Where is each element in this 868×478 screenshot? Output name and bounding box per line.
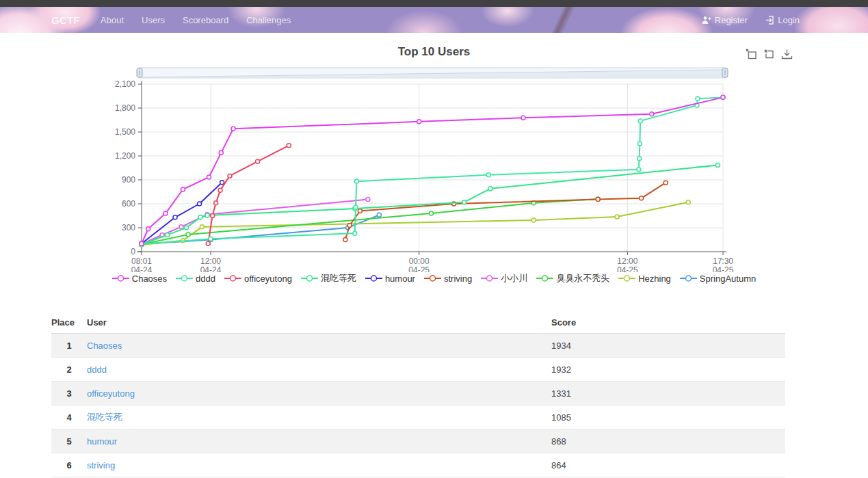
data-point[interactable]: [207, 175, 211, 179]
cell-place: 2: [51, 358, 87, 382]
cell-score: 1932: [551, 358, 785, 382]
legend-item-dddd[interactable]: dddd: [176, 274, 215, 284]
data-point[interactable]: [663, 181, 668, 185]
data-point[interactable]: [173, 215, 177, 220]
legend-label: Chaoses: [132, 274, 167, 284]
x-tick-time: 08:01: [131, 256, 152, 266]
data-point[interactable]: [166, 233, 170, 237]
data-point[interactable]: [179, 225, 183, 229]
header-user: User: [87, 311, 551, 334]
series-line[interactable]: [345, 183, 666, 239]
cell-user: dddd: [87, 358, 551, 382]
data-point[interactable]: [211, 214, 215, 218]
user-link[interactable]: 混吃等死: [87, 412, 122, 422]
legend-item-humour[interactable]: humour: [365, 274, 415, 284]
data-point[interactable]: [638, 119, 642, 123]
data-point[interactable]: [181, 187, 185, 191]
data-point[interactable]: [531, 218, 536, 222]
data-point[interactable]: [200, 225, 204, 229]
legend-item-SpringAutumn[interactable]: SpringAutumn: [680, 274, 756, 284]
data-point[interactable]: [220, 181, 224, 185]
brand-logo[interactable]: GCTF: [51, 14, 80, 26]
table-row: 5humour868: [51, 429, 785, 453]
data-point[interactable]: [146, 227, 150, 231]
legend-item-officeyutong[interactable]: officeyutong: [224, 274, 292, 284]
data-point[interactable]: [417, 120, 421, 124]
data-zoom-icon[interactable]: [746, 49, 757, 60]
data-point[interactable]: [186, 233, 190, 237]
user-link[interactable]: striving: [87, 460, 115, 470]
data-point[interactable]: [696, 96, 700, 101]
user-link[interactable]: humour: [87, 436, 117, 447]
nav-right: Register Login: [702, 7, 800, 33]
data-point[interactable]: [354, 205, 358, 209]
data-point[interactable]: [287, 144, 291, 148]
data-point[interactable]: [140, 241, 144, 245]
data-point[interactable]: [650, 112, 654, 116]
data-point[interactable]: [637, 168, 641, 172]
data-point[interactable]: [205, 213, 209, 217]
data-point[interactable]: [353, 231, 357, 235]
data-point[interactable]: [209, 237, 213, 241]
data-point[interactable]: [214, 201, 218, 205]
data-point[interactable]: [219, 150, 223, 155]
data-point[interactable]: [637, 157, 642, 161]
user-plus-icon: [702, 16, 711, 25]
data-point[interactable]: [429, 211, 433, 215]
legend-item-臭臭永不秃头[interactable]: 臭臭永不秃头: [536, 272, 609, 284]
data-point[interactable]: [596, 198, 600, 202]
nav-link-about[interactable]: About: [101, 15, 124, 25]
y-tick-label: 600: [122, 199, 135, 209]
user-link[interactable]: dddd: [87, 364, 107, 375]
data-point[interactable]: [198, 202, 202, 206]
legend-item-Chaoses[interactable]: Chaoses: [112, 274, 167, 284]
data-point[interactable]: [198, 215, 202, 220]
data-point[interactable]: [486, 173, 490, 177]
data-point[interactable]: [343, 238, 347, 242]
save-as-image-icon[interactable]: [781, 49, 793, 60]
legend-marker-icon: [365, 274, 382, 282]
data-point[interactable]: [206, 241, 210, 245]
cell-score: 1331: [551, 382, 785, 406]
nav-link-scoreboard[interactable]: Scoreboard: [183, 15, 228, 25]
data-point[interactable]: [462, 200, 466, 204]
score-chart[interactable]: 03006009001,2001,5001,8002,10008:0104-24…: [0, 62, 868, 272]
data-point[interactable]: [218, 188, 222, 192]
data-point[interactable]: [640, 196, 644, 200]
data-point[interactable]: [715, 163, 720, 167]
legend-item-Hezhing[interactable]: Hezhing: [618, 274, 671, 284]
data-point[interactable]: [354, 179, 358, 183]
data-point[interactable]: [686, 200, 690, 204]
login-button[interactable]: Login: [765, 15, 800, 25]
data-point[interactable]: [366, 198, 370, 202]
data-point[interactable]: [488, 187, 492, 191]
data-point[interactable]: [358, 209, 362, 213]
data-point[interactable]: [185, 226, 189, 230]
nav-link-challenges[interactable]: Challenges: [246, 15, 291, 25]
data-point[interactable]: [231, 127, 235, 131]
data-point[interactable]: [721, 95, 725, 99]
data-point[interactable]: [521, 116, 525, 120]
x-tick-time: 17:30: [713, 256, 733, 266]
nav-link-users[interactable]: Users: [142, 15, 165, 25]
user-link[interactable]: officeyutong: [87, 388, 135, 399]
data-point[interactable]: [637, 142, 642, 146]
data-point[interactable]: [615, 215, 619, 219]
data-point[interactable]: [163, 211, 168, 215]
data-point[interactable]: [256, 159, 260, 163]
x-tick-time: 00:00: [409, 256, 430, 266]
restore-icon[interactable]: [763, 49, 775, 60]
x-tick-date: 04-25: [713, 265, 734, 272]
legend-item-混吃等死[interactable]: 混吃等死: [301, 272, 356, 284]
cell-score: 868: [551, 429, 785, 453]
scoreboard-table: Place User Score 1Chaoses19342dddd19323o…: [51, 311, 785, 477]
register-button[interactable]: Register: [702, 15, 748, 25]
legend-item-striving[interactable]: striving: [424, 274, 472, 284]
table-row: 6striving864: [51, 453, 785, 477]
user-link[interactable]: Chaoses: [87, 341, 122, 351]
data-point[interactable]: [228, 174, 232, 178]
data-point[interactable]: [377, 213, 381, 217]
y-tick-label: 1,500: [115, 127, 135, 137]
legend-item-小小川[interactable]: 小小川: [481, 272, 527, 284]
data-point[interactable]: [347, 224, 352, 228]
